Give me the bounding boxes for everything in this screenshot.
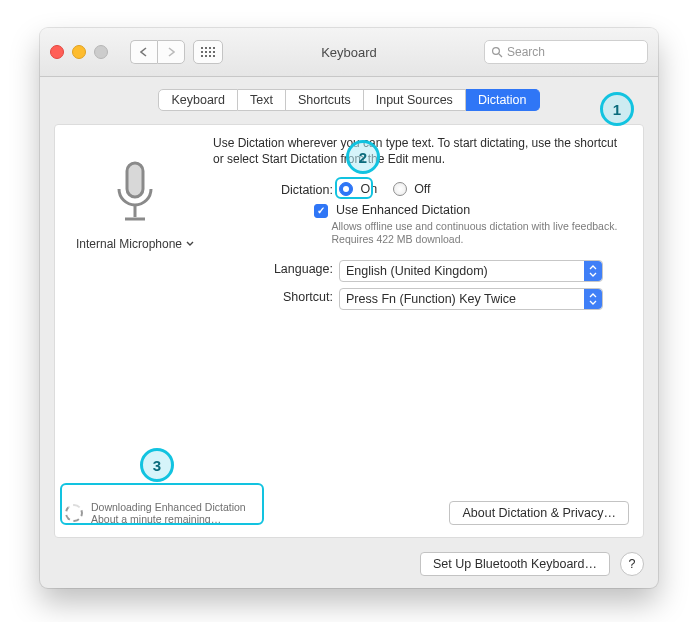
download-line2: About a minute remaining…: [91, 513, 246, 525]
dictation-on-radio[interactable]: [339, 182, 353, 196]
shortcut-select[interactable]: Press Fn (Function) Key Twice: [339, 288, 603, 310]
tab-text[interactable]: Text: [238, 89, 286, 111]
close-icon[interactable]: [50, 45, 64, 59]
svg-rect-4: [201, 51, 203, 53]
download-status: Downloading Enhanced Dictation About a m…: [65, 501, 246, 525]
search-input[interactable]: Search: [484, 40, 648, 64]
language-value: English (United Kingdom): [346, 264, 488, 278]
svg-rect-11: [213, 55, 215, 57]
preferences-window: Keyboard Search Keyboard Text Shortcuts …: [40, 28, 658, 588]
svg-point-12: [493, 48, 500, 55]
enhanced-hint: Allows offline use and continuous dictat…: [332, 220, 626, 246]
bluetooth-keyboard-button[interactable]: Set Up Bluetooth Keyboard…: [420, 552, 610, 576]
svg-rect-7: [213, 51, 215, 53]
svg-rect-10: [209, 55, 211, 57]
spinner-icon: [65, 504, 83, 522]
tab-bar: Keyboard Text Shortcuts Input Sources Di…: [40, 89, 658, 111]
enhanced-checkbox[interactable]: ✓: [314, 204, 328, 218]
shortcut-label: Shortcut:: [245, 288, 339, 304]
svg-line-13: [499, 54, 502, 57]
minimize-icon[interactable]: [72, 45, 86, 59]
dictation-off-text: Off: [414, 182, 430, 196]
svg-rect-5: [205, 51, 207, 53]
content-panel: Use Dictation wherever you can type text…: [54, 124, 644, 538]
select-stepper-icon: [584, 289, 602, 309]
chevron-down-icon: [186, 241, 194, 247]
shortcut-row: Shortcut: Press Fn (Function) Key Twice: [245, 288, 625, 310]
search-placeholder: Search: [507, 45, 545, 59]
about-dictation-button[interactable]: About Dictation & Privacy…: [449, 501, 629, 525]
dictation-label: Dictation:: [245, 181, 339, 197]
instruction-text: Use Dictation wherever you can type text…: [213, 135, 623, 167]
forward-button[interactable]: [157, 40, 185, 64]
shortcut-value: Press Fn (Function) Key Twice: [346, 292, 516, 306]
svg-rect-6: [209, 51, 211, 53]
svg-rect-8: [201, 55, 203, 57]
enhanced-row: ✓ Use Enhanced Dictation Allows offline …: [245, 203, 625, 246]
microphone-selector: Internal Microphone: [65, 159, 205, 252]
maximize-icon: [94, 45, 108, 59]
svg-rect-9: [205, 55, 207, 57]
dictation-on-text: On: [360, 182, 377, 196]
back-button[interactable]: [130, 40, 157, 64]
show-all-button[interactable]: [193, 40, 223, 64]
form: Dictation: On Off ✓ Use Enhanced Dictati…: [245, 181, 625, 316]
enhanced-label: Use Enhanced Dictation: [336, 203, 470, 217]
nav-segment: [130, 40, 185, 64]
svg-rect-1: [205, 47, 207, 49]
microphone-icon: [107, 159, 163, 231]
tab-input-sources[interactable]: Input Sources: [364, 89, 466, 111]
dictation-off-radio[interactable]: [393, 182, 407, 196]
svg-rect-3: [213, 47, 215, 49]
tab-dictation[interactable]: Dictation: [466, 89, 540, 111]
download-line1: Downloading Enhanced Dictation: [91, 501, 246, 513]
window-footer: Set Up Bluetooth Keyboard… ?: [420, 552, 644, 576]
help-button[interactable]: ?: [620, 552, 644, 576]
search-icon: [491, 46, 503, 58]
language-select[interactable]: English (United Kingdom): [339, 260, 603, 282]
dictation-row: Dictation: On Off: [245, 181, 625, 197]
svg-rect-14: [127, 163, 143, 197]
language-label: Language:: [245, 260, 339, 276]
microphone-dropdown[interactable]: Internal Microphone: [76, 237, 194, 251]
svg-rect-0: [201, 47, 203, 49]
select-stepper-icon: [584, 261, 602, 281]
titlebar: Keyboard Search: [40, 28, 658, 77]
language-row: Language: English (United Kingdom): [245, 260, 625, 282]
tab-shortcuts[interactable]: Shortcuts: [286, 89, 364, 111]
tab-keyboard[interactable]: Keyboard: [158, 89, 238, 111]
svg-rect-2: [209, 47, 211, 49]
window-controls: [50, 45, 108, 59]
